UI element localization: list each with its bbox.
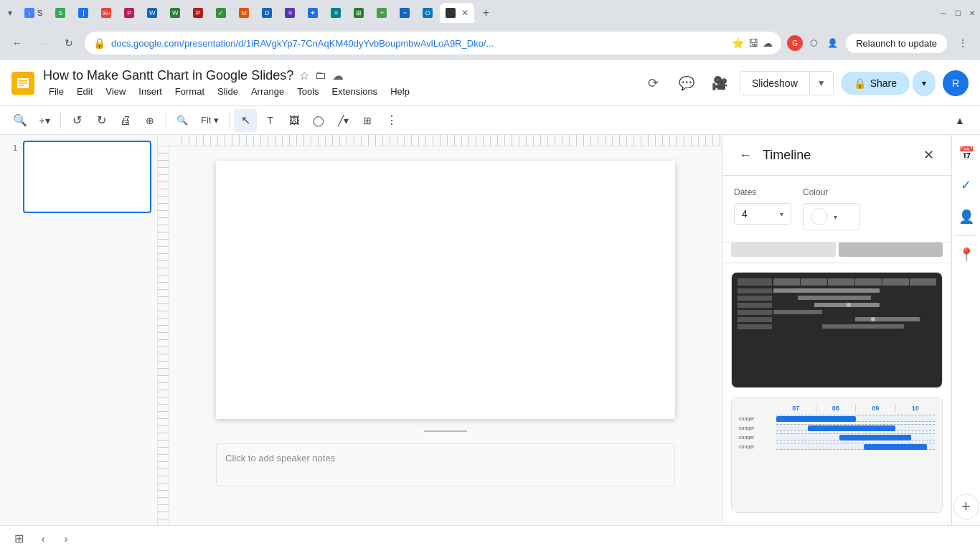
menu-insert[interactable]: Insert: [133, 85, 168, 98]
nav-right-button[interactable]: ›: [57, 530, 75, 547]
tab-active[interactable]: ✕: [440, 3, 474, 23]
menu-format[interactable]: Format: [169, 85, 210, 98]
tab-8[interactable]: P: [187, 3, 209, 23]
zoom-search-button[interactable]: 🔍: [9, 109, 32, 132]
more-tools-button[interactable]: ⋮: [380, 109, 403, 132]
tab-scroll-left[interactable]: ▾: [3, 3, 17, 23]
shapes-tool-button[interactable]: ◯: [307, 109, 330, 132]
speaker-notes[interactable]: Click to add speaker notes: [216, 443, 675, 486]
tab-7[interactable]: W: [164, 3, 186, 23]
image-tool-button[interactable]: 🖼: [283, 109, 306, 132]
slideshow-main-button[interactable]: Slideshow: [740, 72, 809, 95]
panel-title: Timeline: [763, 148, 911, 163]
ext-1[interactable]: G: [787, 35, 803, 51]
tab-2[interactable]: S: [50, 3, 71, 23]
tab-15[interactable]: ⊞: [348, 3, 369, 23]
menu-tools[interactable]: Tools: [291, 85, 324, 98]
svg-rect-2: [19, 80, 27, 82]
tab-18[interactable]: O: [417, 3, 438, 23]
close-button[interactable]: ✕: [967, 8, 977, 18]
minimize-button[interactable]: ─: [938, 8, 948, 18]
tab-5[interactable]: P: [118, 3, 140, 23]
tab-11[interactable]: D: [256, 3, 278, 23]
template-card-2[interactable]: 07 08 09 10 conger: [731, 397, 943, 513]
maximize-button[interactable]: ☐: [953, 8, 963, 18]
search-icon[interactable]: ⭐: [732, 37, 744, 49]
save-icon[interactable]: 🖫: [748, 37, 758, 49]
zoom-level-button[interactable]: 🔍: [171, 109, 194, 132]
history-button[interactable]: ⟳: [641, 70, 666, 96]
zoom-plus-button[interactable]: +▾: [33, 109, 56, 132]
lines-tool-button[interactable]: ╱▾: [331, 109, 354, 132]
maps-sidebar-icon[interactable]: 📍: [953, 242, 979, 268]
panel-controls: Dates 4 ▾ Colour ▾: [722, 176, 951, 242]
strip-2: [839, 242, 943, 257]
panel-back-button[interactable]: ←: [734, 143, 757, 166]
tab-10[interactable]: M: [233, 3, 255, 23]
nav-left-button[interactable]: ‹: [34, 530, 52, 547]
undo-button[interactable]: ↺: [65, 109, 88, 132]
tab-4[interactable]: 99+: [95, 3, 117, 23]
url-text[interactable]: docs.google.com/presentation/d/1iRAVgkYp…: [111, 38, 726, 49]
print-button[interactable]: 🖨: [114, 109, 137, 132]
slideshow-dropdown-button[interactable]: ▼: [809, 72, 833, 94]
smart-guides-button[interactable]: ⊞: [356, 109, 379, 132]
menu-slide[interactable]: Slide: [212, 85, 244, 98]
tab-1[interactable]: ↓ S: [19, 3, 48, 23]
fit-selector[interactable]: Fit ▾: [195, 112, 225, 128]
app-logo[interactable]: [11, 72, 34, 95]
menu-extensions[interactable]: Extensions: [326, 85, 384, 98]
forward-button[interactable]: →: [33, 33, 53, 53]
folder-icon[interactable]: 🗀: [315, 69, 326, 82]
menu-file[interactable]: File: [43, 85, 70, 98]
menu-arrange[interactable]: Arrange: [245, 85, 290, 98]
new-tab-button[interactable]: +: [476, 3, 496, 23]
tab-9[interactable]: ✓: [210, 3, 232, 23]
tab-close-btn[interactable]: ✕: [461, 8, 468, 18]
tab-17[interactable]: ~: [394, 3, 415, 23]
select-tool-button[interactable]: ↖: [234, 109, 257, 132]
dates-label: Dates: [734, 187, 791, 197]
tab-12[interactable]: ≡: [279, 3, 301, 23]
cloud-icon[interactable]: ☁: [763, 37, 773, 49]
toolbar-collapse-button[interactable]: ▲: [948, 109, 971, 132]
share-button[interactable]: 🔒 Share: [841, 72, 910, 95]
dates-select[interactable]: 4 ▾: [734, 203, 791, 225]
camera-button[interactable]: 🎥: [707, 70, 732, 96]
slide-thumb-1[interactable]: [23, 141, 151, 213]
cloud-save-icon[interactable]: ☁: [332, 69, 344, 83]
relaunch-button[interactable]: Relaunch to update: [846, 34, 947, 53]
star-icon[interactable]: ☆: [299, 69, 309, 83]
comments-button[interactable]: 💬: [674, 70, 699, 96]
tab-3[interactable]: |: [72, 3, 94, 23]
text-tool-button[interactable]: T: [258, 109, 281, 132]
redo-button[interactable]: ↻: [90, 109, 113, 132]
slide-page[interactable]: [216, 161, 675, 419]
menu-edit[interactable]: Edit: [71, 85, 98, 98]
tasks-sidebar-icon[interactable]: ✓: [953, 172, 979, 198]
ext-3[interactable]: 👤: [824, 35, 840, 51]
colour-select[interactable]: ▾: [803, 203, 860, 230]
contacts-sidebar-icon[interactable]: 👤: [953, 204, 979, 230]
calendar-sidebar-icon[interactable]: 📅: [953, 141, 979, 166]
back-button[interactable]: ←: [7, 33, 27, 53]
browser-menu-button[interactable]: ⋮: [953, 33, 973, 53]
doc-title[interactable]: How to Make Gantt Chart in Google Slides…: [43, 68, 293, 83]
menu-view[interactable]: View: [100, 85, 131, 98]
share-dropdown-button[interactable]: ▾: [913, 70, 936, 96]
tab-13[interactable]: ✦: [302, 3, 324, 23]
menu-help[interactable]: Help: [385, 85, 415, 98]
reload-button[interactable]: ↻: [59, 33, 79, 53]
tab-6[interactable]: W: [141, 3, 163, 23]
tab-16[interactable]: +: [371, 3, 392, 23]
template-card-1[interactable]: [731, 272, 943, 388]
address-bar[interactable]: 🔒 docs.google.com/presentation/d/1iRAVgk…: [85, 32, 781, 55]
add-addon-button[interactable]: +: [953, 494, 979, 519]
panel-close-button[interactable]: ✕: [917, 143, 940, 166]
paint-format-button[interactable]: ⊕: [138, 109, 161, 132]
profile-avatar[interactable]: R: [943, 70, 969, 96]
slide-thumbnail-1[interactable]: 1: [6, 141, 151, 213]
grid-view-button[interactable]: ⊞: [9, 529, 29, 549]
ext-2[interactable]: ⬡: [806, 35, 821, 51]
tab-14[interactable]: ≡: [325, 3, 347, 23]
